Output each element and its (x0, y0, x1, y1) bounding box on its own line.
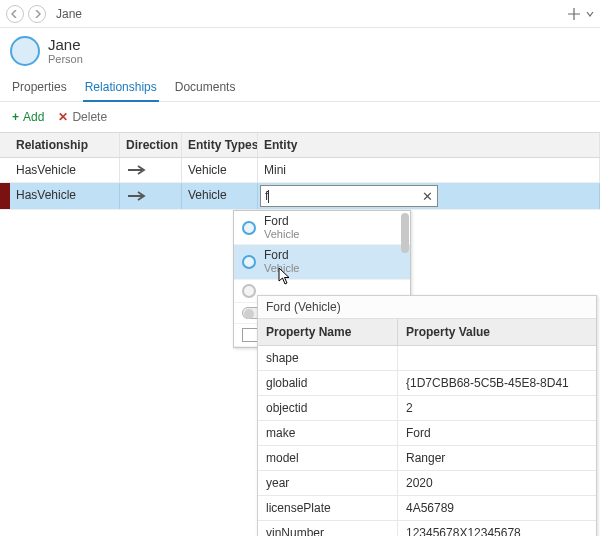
property-value-cell: 12345678X12345678 (398, 521, 596, 536)
tab-relationships[interactable]: Relationships (83, 76, 159, 102)
plus-icon: + (12, 110, 19, 124)
property-name-cell: vinNumber (258, 521, 398, 536)
property-row[interactable]: licensePlate4A56789 (258, 496, 596, 521)
col-direction[interactable]: Direction (120, 133, 182, 157)
property-value-cell: Ford (398, 421, 596, 445)
col-property-value: Property Value (398, 319, 596, 345)
col-property-name: Property Name (258, 319, 398, 345)
entity-dot-icon (242, 255, 256, 269)
tab-documents[interactable]: Documents (173, 76, 238, 101)
cell-entity: Mini (258, 158, 600, 182)
cell-entity-editor: f ✕ (258, 183, 600, 209)
table-row[interactable]: HasVehicle Vehicle Mini (0, 158, 600, 183)
breadcrumb-bar: Jane (0, 0, 600, 28)
arrow-right-icon (126, 164, 148, 176)
property-row[interactable]: objectid2 (258, 396, 596, 421)
autocomplete-item-title: Ford (264, 215, 299, 228)
delete-button-label: Delete (72, 110, 107, 124)
autocomplete-item-sub: Vehicle (264, 262, 299, 274)
cell-direction (120, 183, 182, 209)
property-name-cell: make (258, 421, 398, 445)
table-row[interactable]: HasVehicle Vehicle f ✕ (0, 183, 600, 210)
relationships-grid: Relationship Direction Entity Types Enti… (0, 132, 600, 210)
clear-input-button[interactable]: ✕ (422, 189, 433, 204)
autocomplete-item[interactable]: Ford Vehicle (234, 245, 410, 279)
entity-name: Jane (48, 37, 83, 54)
property-value-cell: {1D7CBB68-5C5B-45E8-8D41 (398, 371, 596, 395)
property-row[interactable]: globalid{1D7CBB68-5C5B-45E8-8D41 (258, 371, 596, 396)
placeholder-box-icon (242, 328, 258, 342)
entity-detail-panel: Ford (Vehicle) Property Name Property Va… (257, 295, 597, 536)
col-entity[interactable]: Entity (258, 133, 600, 157)
dropdown-caret-icon[interactable] (586, 10, 594, 18)
x-icon: ✕ (58, 110, 68, 124)
entity-dot-icon (242, 221, 256, 235)
autocomplete-item-sub: Vehicle (264, 228, 299, 240)
property-name-cell: licensePlate (258, 496, 398, 520)
property-name-cell: globalid (258, 371, 398, 395)
autocomplete-item-title: Ford (264, 249, 299, 262)
property-name-cell: objectid (258, 396, 398, 420)
arrow-right-icon (126, 190, 148, 202)
relationships-toolbar: + Add ✕ Delete (0, 102, 600, 132)
cell-relationship: HasVehicle (10, 158, 120, 182)
breadcrumb[interactable]: Jane (56, 7, 82, 21)
grid-header-row: Relationship Direction Entity Types Enti… (0, 133, 600, 158)
property-row[interactable]: vinNumber12345678X12345678 (258, 521, 596, 536)
property-name-cell: shape (258, 346, 398, 370)
property-row[interactable]: shape (258, 346, 596, 371)
property-value-cell: Ranger (398, 446, 596, 470)
property-grid-header: Property Name Property Value (258, 319, 596, 346)
tab-bar: Properties Relationships Documents (0, 72, 600, 102)
entity-type-label: Person (48, 53, 83, 65)
delete-button[interactable]: ✕ Delete (58, 110, 107, 124)
cell-entity-types: Vehicle (182, 183, 258, 209)
add-entity-button[interactable] (564, 4, 584, 24)
col-entity-types[interactable]: Entity Types (182, 133, 258, 157)
entity-header: Jane Person (0, 28, 600, 72)
scrollbar-thumb[interactable] (401, 213, 409, 253)
nav-forward-button[interactable] (28, 5, 46, 23)
property-value-cell: 2020 (398, 471, 596, 495)
property-row[interactable]: year2020 (258, 471, 596, 496)
text-caret (268, 190, 269, 203)
entity-tooltip: Ford (Vehicle) (258, 296, 596, 319)
property-name-cell: year (258, 471, 398, 495)
add-button-label: Add (23, 110, 44, 124)
property-row[interactable]: modelRanger (258, 446, 596, 471)
entity-dot-icon (242, 284, 256, 298)
add-button[interactable]: + Add (12, 110, 44, 124)
property-row[interactable]: makeFord (258, 421, 596, 446)
property-value-cell: 2 (398, 396, 596, 420)
cell-relationship: HasVehicle (10, 183, 120, 209)
property-name-cell: model (258, 446, 398, 470)
entity-search-input[interactable] (271, 189, 346, 203)
property-value-cell: 4A56789 (398, 496, 596, 520)
tab-properties[interactable]: Properties (10, 76, 69, 101)
property-value-cell (398, 346, 596, 370)
entity-search-input-wrap[interactable]: f ✕ (260, 185, 438, 207)
autocomplete-item[interactable]: Ford Vehicle (234, 211, 410, 245)
col-relationship[interactable]: Relationship (10, 133, 120, 157)
entity-type-icon (10, 36, 40, 66)
nav-back-button[interactable] (6, 5, 24, 23)
cell-direction (120, 158, 182, 182)
row-selection-marker (0, 183, 10, 209)
cell-entity-types: Vehicle (182, 158, 258, 182)
